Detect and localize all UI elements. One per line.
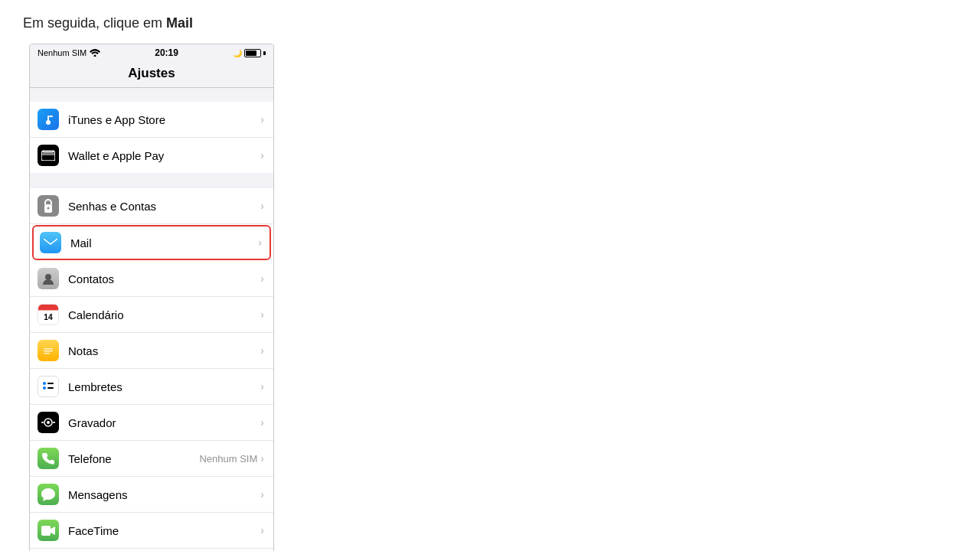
svg-rect-19 [44,353,50,354]
phone-chevron: › [260,452,264,465]
calendar-icon: 14 [38,304,59,325]
contacts-icon [38,268,59,289]
section-group-2: Senhas e Contas › Mail › [30,188,273,551]
settings-item-passwords[interactable]: Senhas e Contas › [30,188,273,224]
svg-rect-17 [44,348,53,350]
settings-item-wallet[interactable]: Wallet e Apple Pay › [30,138,273,173]
contacts-label: Contatos [68,272,260,285]
svg-rect-23 [47,387,54,389]
moon-icon: 🌙 [233,49,242,57]
status-battery: 🌙 [233,49,266,57]
battery-fill [246,51,256,56]
svg-text:14: 14 [44,313,53,321]
svg-rect-4 [49,116,53,117]
svg-point-12 [45,274,51,280]
messages-label: Mensagens [68,488,260,501]
mail-chevron: › [258,236,262,249]
svg-rect-6 [41,153,55,155]
settings-item-itunes[interactable]: iTunes e App Store › [30,102,273,138]
instruction-text: Em seguida, clique em [23,15,166,31]
svg-rect-11 [44,238,57,248]
svg-rect-18 [44,350,53,352]
calendar-chevron: › [260,308,264,321]
wallet-chevron: › [260,149,264,161]
nav-bar: Ajustes [30,61,273,88]
settings-item-notes[interactable]: Notas › [30,333,273,369]
svg-rect-26 [41,422,44,423]
notes-icon [38,340,59,361]
itunes-icon [38,109,59,130]
svg-rect-27 [53,422,55,423]
gravador-label: Gravador [68,416,260,429]
passwords-chevron: › [260,200,264,212]
svg-point-20 [43,382,46,385]
messages-icon [38,484,59,505]
phone-label: Telefone [68,452,199,465]
svg-point-0 [94,55,96,57]
instruction-bold: Mail [166,15,193,31]
svg-rect-5 [41,152,55,161]
carrier-text: Nenhum SIM [38,48,87,57]
settings-item-mail[interactable]: Mail › [32,225,271,260]
section-spacer-top [30,88,273,102]
svg-rect-22 [47,383,54,384]
settings-item-messages[interactable]: Mensagens › [30,477,273,513]
svg-rect-10 [44,238,57,248]
itunes-chevron: › [260,113,264,126]
status-carrier: Nenhum SIM [38,48,100,57]
itunes-label: iTunes e App Store [68,113,260,126]
settings-item-reminders[interactable]: Lembretes › [30,369,273,405]
facetime-chevron: › [260,524,264,536]
settings-item-calendar[interactable]: 14 Calendário › [30,297,273,333]
phone-detail: Nenhum SIM [199,453,257,465]
notes-label: Notas [68,344,260,357]
reminders-chevron: › [260,380,264,393]
nav-title: Ajustes [128,66,175,80]
wallet-label: Wallet e Apple Pay [68,149,260,162]
notes-chevron: › [260,344,264,357]
mail-label: Mail [70,236,258,249]
passwords-icon [38,195,59,217]
battery-tip [263,51,266,55]
messages-chevron: › [260,488,264,500]
reminders-icon [38,376,59,397]
battery-indicator [244,49,261,57]
contacts-chevron: › [260,272,264,285]
section-spacer-2 [30,174,273,188]
status-time: 20:19 [155,47,178,58]
settings-item-facetime[interactable]: FaceTime › [30,513,273,549]
calendar-label: Calendário [68,308,260,321]
facetime-icon [38,520,59,541]
svg-rect-14 [38,305,58,310]
facetime-label: FaceTime [68,524,260,537]
page-instruction: Em seguida, clique em Mail [0,0,980,44]
svg-rect-28 [41,526,51,536]
settings-item-contacts[interactable]: Contatos › [30,261,273,297]
wifi-icon [90,49,100,57]
passwords-label: Senhas e Contas [68,200,260,213]
svg-point-9 [47,207,50,210]
settings-item-gravador[interactable]: Gravador › [30,405,273,441]
svg-point-25 [47,421,50,424]
mail-icon [40,232,61,253]
gravador-icon [38,412,59,433]
svg-rect-3 [47,116,49,122]
settings-item-phone[interactable]: Telefone Nenhum SIM › [30,441,273,477]
wallet-icon [38,145,59,166]
gravador-chevron: › [260,416,264,429]
phone-mockup: Nenhum SIM 20:19 🌙 Ajustes [29,44,274,551]
phone-icon [38,448,59,469]
svg-point-21 [43,386,46,390]
status-bar: Nenhum SIM 20:19 🌙 [30,44,273,61]
reminders-label: Lembretes [68,380,260,393]
section-group-1: iTunes e App Store › Wallet e Apple Pay … [30,102,273,173]
